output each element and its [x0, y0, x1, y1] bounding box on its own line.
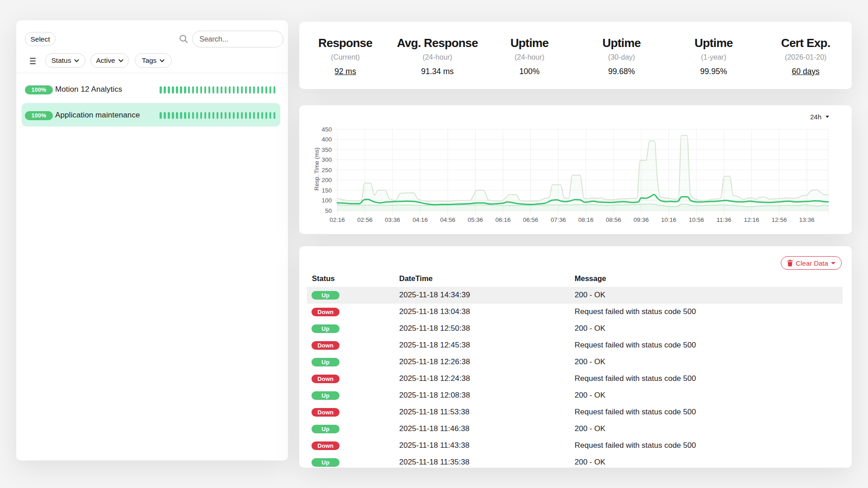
- svg-text:05:36: 05:36: [468, 216, 483, 223]
- svg-text:03:36: 03:36: [385, 216, 400, 223]
- svg-text:250: 250: [321, 167, 332, 174]
- svg-text:13:36: 13:36: [799, 216, 815, 223]
- svg-text:11:36: 11:36: [717, 216, 731, 223]
- svg-text:06:16: 06:16: [495, 216, 511, 223]
- svg-text:02:16: 02:16: [330, 216, 345, 223]
- svg-text:400: 400: [321, 136, 332, 143]
- svg-text:04:56: 04:56: [440, 216, 456, 223]
- svg-text:150: 150: [321, 187, 332, 194]
- svg-text:09:36: 09:36: [633, 216, 649, 223]
- svg-text:07:36: 07:36: [551, 216, 566, 223]
- svg-text:04:16: 04:16: [412, 216, 428, 223]
- svg-text:10:56: 10:56: [689, 216, 704, 223]
- svg-text:08:56: 08:56: [606, 216, 621, 223]
- svg-text:450: 450: [321, 126, 332, 133]
- svg-text:08:16: 08:16: [578, 216, 594, 223]
- svg-text:Resp. Time (ms): Resp. Time (ms): [313, 147, 320, 190]
- svg-text:50: 50: [325, 207, 332, 214]
- svg-text:12:56: 12:56: [772, 216, 787, 223]
- svg-text:02:56: 02:56: [357, 216, 373, 223]
- svg-text:200: 200: [321, 177, 332, 183]
- svg-text:06:56: 06:56: [523, 216, 538, 223]
- svg-text:350: 350: [321, 146, 332, 153]
- svg-text:100: 100: [321, 197, 332, 204]
- svg-text:10:16: 10:16: [661, 216, 676, 223]
- svg-text:300: 300: [321, 156, 332, 163]
- svg-text:12:16: 12:16: [744, 216, 760, 223]
